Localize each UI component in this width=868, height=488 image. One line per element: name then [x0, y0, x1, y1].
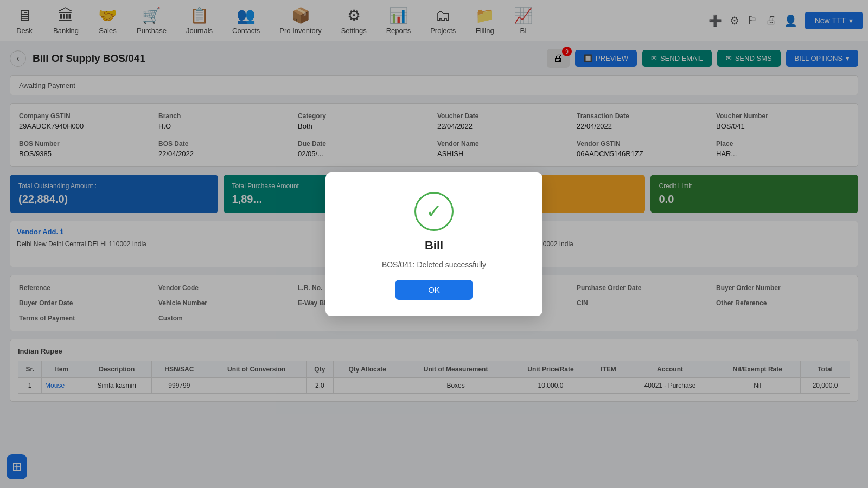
modal-ok-button[interactable]: OK: [395, 280, 473, 300]
success-icon-circle: ✓: [414, 192, 454, 231]
check-icon: ✓: [426, 200, 442, 223]
modal-box: ✓ Bill BOS/041: Deleted successfully OK: [326, 172, 542, 316]
modal-overlay: ✓ Bill BOS/041: Deleted successfully OK: [0, 0, 868, 488]
modal-title: Bill: [425, 239, 443, 253]
modal-message: BOS/041: Deleted successfully: [382, 260, 486, 269]
modal-ok-label: OK: [428, 285, 440, 294]
